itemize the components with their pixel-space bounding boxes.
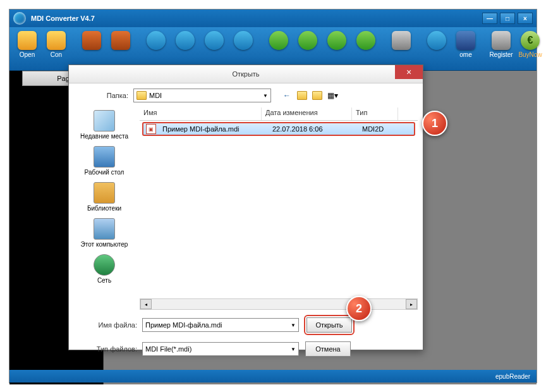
print-button[interactable] <box>387 30 415 51</box>
zoom-in-icon <box>147 31 166 50</box>
print-icon <box>392 31 411 50</box>
zoom-fit-icon <box>205 31 224 50</box>
libraries-icon <box>94 182 115 204</box>
maximize-button[interactable]: □ <box>500 13 515 24</box>
new-folder-icon[interactable] <box>312 90 323 101</box>
close-button[interactable]: × <box>518 13 533 24</box>
next-icon <box>298 31 317 50</box>
col-name[interactable]: Имя <box>140 107 262 120</box>
app-icon <box>13 12 26 25</box>
rotate-left-icon <box>82 31 101 50</box>
status-text: epubReader <box>495 373 530 380</box>
places-bar: Недавние места Рабочий стол Библиотеки Э… <box>69 107 140 310</box>
undo-icon <box>327 31 346 50</box>
mdi-file-icon: ▣ <box>146 124 156 134</box>
file-row-selected[interactable]: ▣ Пример MDI-файла.mdi 22.07.2018 6:06 M… <box>142 122 415 136</box>
register-button[interactable]: Register <box>487 30 515 59</box>
folder-icon <box>136 91 147 100</box>
dialog-bottom: Имя файла: Пример MDI-файла.mdi▼ Открыть… <box>69 310 423 368</box>
back-icon[interactable]: ← <box>281 90 293 101</box>
zoom-fit-button[interactable] <box>200 30 228 51</box>
help-icon <box>427 31 446 50</box>
buynow-button[interactable]: €BuyNow <box>516 30 544 59</box>
place-recent[interactable]: Недавние места <box>80 110 128 140</box>
cancel-button[interactable]: Отмена <box>305 341 351 357</box>
file-type: MDI2D <box>358 124 404 134</box>
folder-row: Папка: MDI ▼ ← ▦▾ <box>69 83 423 107</box>
annotation-marker-1: 1 <box>422 111 447 136</box>
dialog-close-button[interactable]: × <box>395 65 423 79</box>
prev-button[interactable] <box>265 30 293 51</box>
desktop-icon <box>94 146 115 168</box>
file-list[interactable]: Имя Дата изменения Тип ▣ Пример MDI-файл… <box>140 107 423 310</box>
dialog-title: Открыть <box>232 70 259 78</box>
zoom-out-button[interactable] <box>171 30 199 51</box>
annotation-marker-2: 2 <box>346 296 372 321</box>
col-date[interactable]: Дата изменения <box>262 107 352 120</box>
home-icon <box>456 31 475 50</box>
euro-icon: € <box>521 31 540 50</box>
zoom-actual-button[interactable] <box>229 30 257 51</box>
prev-icon <box>269 31 288 50</box>
col-type[interactable]: Тип <box>352 107 398 120</box>
dialog-titlebar[interactable]: Открыть × <box>69 65 423 83</box>
filename-label: Имя файла: <box>78 321 137 329</box>
place-network[interactable]: Сеть <box>94 254 115 284</box>
convert-icon <box>47 31 66 50</box>
scroll-right-icon[interactable]: ▸ <box>406 299 417 309</box>
up-icon[interactable] <box>296 90 308 101</box>
folder-select[interactable]: MDI ▼ <box>133 89 271 102</box>
register-icon <box>492 31 511 50</box>
file-name: Пример MDI-файла.mdi <box>159 124 269 134</box>
zoom-in-button[interactable] <box>142 30 170 51</box>
place-libraries[interactable]: Библиотеки <box>87 182 121 212</box>
statusbar: epubReader <box>9 370 537 383</box>
titlebar[interactable]: MDI Converter V4.7 — □ × <box>9 9 537 27</box>
chevron-down-icon: ▼ <box>263 93 268 99</box>
filename-input[interactable]: Пример MDI-файла.mdi▼ <box>142 318 299 332</box>
file-list-header: Имя Дата изменения Тип <box>140 107 418 121</box>
redo-icon <box>356 31 375 50</box>
horizontal-scrollbar[interactable]: ◂ ▸ <box>140 298 418 310</box>
folder-open-icon <box>18 31 37 50</box>
next-button[interactable] <box>294 30 322 51</box>
view-icon[interactable]: ▦▾ <box>327 90 338 101</box>
redo-button[interactable] <box>352 30 380 51</box>
home-button[interactable]: ome <box>452 30 480 59</box>
folder-name: MDI <box>149 92 162 99</box>
network-icon <box>94 254 115 276</box>
scroll-left-icon[interactable]: ◂ <box>140 299 152 309</box>
rotate-right-icon <box>111 31 130 50</box>
folder-label: Папка: <box>78 92 128 99</box>
undo-button[interactable] <box>323 30 351 51</box>
rotate-left-button[interactable] <box>78 30 106 51</box>
open-button-highlight: Открыть <box>304 315 355 335</box>
app-title: MDI Converter V4.7 <box>31 15 95 22</box>
convert-button[interactable]: Con <box>42 30 70 59</box>
zoom-out-icon <box>176 31 195 50</box>
recent-icon <box>94 110 115 132</box>
rotate-right-button[interactable] <box>107 30 135 51</box>
minimize-button[interactable]: — <box>482 13 497 24</box>
chevron-down-icon: ▼ <box>291 346 296 352</box>
dialog-body: Недавние места Рабочий стол Библиотеки Э… <box>69 107 423 310</box>
zoom-actual-icon <box>234 31 253 50</box>
filetype-select[interactable]: MDI File(*.mdi)▼ <box>142 342 299 356</box>
place-desktop[interactable]: Рабочий стол <box>85 146 124 176</box>
open-button[interactable]: Open <box>13 30 41 59</box>
open-button[interactable]: Открыть <box>306 317 352 333</box>
help-button[interactable] <box>423 30 451 51</box>
file-date: 22.07.2018 6:06 <box>269 124 358 134</box>
place-computer[interactable]: Этот компьютер <box>81 218 128 248</box>
computer-icon <box>94 218 115 240</box>
chevron-down-icon: ▼ <box>291 322 296 328</box>
filetype-label: Тип файлов: <box>78 345 137 353</box>
